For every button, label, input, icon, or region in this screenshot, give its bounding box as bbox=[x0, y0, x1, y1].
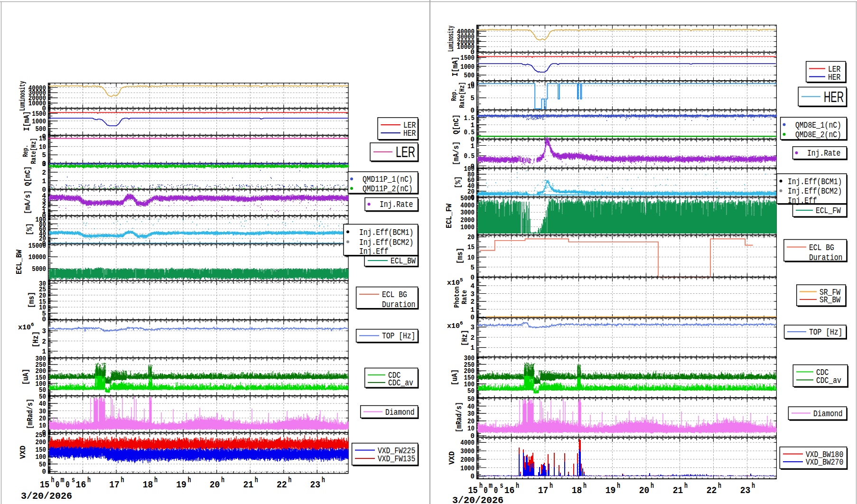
svg-text:Inj.Rate: Inj.Rate bbox=[807, 149, 840, 158]
svg-text:QMD11P_2(nC): QMD11P_2(nC) bbox=[363, 184, 413, 194]
svg-text:3: 3 bbox=[471, 290, 475, 298]
svg-text:1000: 1000 bbox=[460, 465, 475, 472]
svg-text:15: 15 bbox=[40, 479, 49, 490]
svg-text:h: h bbox=[752, 482, 755, 490]
svg-text:2: 2 bbox=[42, 169, 46, 177]
svg-text:1: 1 bbox=[471, 344, 475, 352]
svg-text:3: 3 bbox=[471, 324, 475, 331]
svg-text:0.5: 0.5 bbox=[464, 152, 475, 160]
svg-text:[uA]: [uA] bbox=[21, 369, 30, 385]
svg-text:QMD8E_2(nC): QMD8E_2(nC) bbox=[795, 130, 841, 140]
svg-text:20: 20 bbox=[210, 479, 220, 490]
svg-text:2000: 2000 bbox=[460, 456, 475, 464]
svg-text:LER: LER bbox=[396, 144, 415, 160]
svg-text:40000: 40000 bbox=[28, 84, 46, 92]
svg-text:40000: 40000 bbox=[457, 28, 475, 36]
svg-text:Rep.: Rep. bbox=[450, 89, 458, 101]
svg-text:1000: 1000 bbox=[32, 118, 46, 125]
svg-text:h: h bbox=[718, 482, 721, 490]
svg-text:1000: 1000 bbox=[460, 63, 475, 71]
svg-text:3/20/2026: 3/20/2026 bbox=[21, 491, 72, 502]
svg-text:h: h bbox=[221, 476, 224, 485]
svg-text:h: h bbox=[617, 482, 620, 490]
svg-text:m: m bbox=[489, 482, 493, 490]
svg-text:Luminosity: Luminosity bbox=[447, 26, 456, 52]
svg-text:HER: HER bbox=[828, 73, 841, 82]
svg-text:Duration: Duration bbox=[382, 300, 415, 309]
svg-text:0: 0 bbox=[471, 314, 475, 321]
svg-text:17: 17 bbox=[109, 479, 120, 490]
svg-text:s: s bbox=[500, 482, 503, 490]
svg-text:[uA]: [uA] bbox=[450, 369, 459, 385]
svg-text:Luminosity: Luminosity bbox=[18, 81, 27, 111]
svg-text:1: 1 bbox=[471, 306, 475, 314]
svg-text:3: 3 bbox=[42, 327, 46, 335]
svg-text:h: h bbox=[51, 476, 55, 485]
svg-text:150: 150 bbox=[464, 374, 475, 382]
svg-text:TOP [Hz]: TOP [Hz] bbox=[382, 331, 415, 341]
svg-text:23: 23 bbox=[740, 485, 751, 496]
svg-text:h: h bbox=[583, 482, 587, 490]
svg-text:ECL_FW: ECL_FW bbox=[816, 206, 841, 215]
svg-text:QMD11P_1(nC): QMD11P_1(nC) bbox=[363, 175, 413, 184]
svg-text:1: 1 bbox=[42, 177, 46, 185]
svg-text:1000: 1000 bbox=[460, 224, 475, 231]
svg-text:0: 0 bbox=[471, 473, 475, 480]
svg-text:250: 250 bbox=[36, 431, 46, 439]
svg-text:20: 20 bbox=[467, 233, 475, 241]
svg-text:h: h bbox=[322, 476, 325, 485]
svg-text:20: 20 bbox=[639, 485, 650, 496]
svg-text:[ms]: [ms] bbox=[456, 248, 465, 264]
svg-text:1.5: 1.5 bbox=[464, 114, 475, 122]
svg-text:h: h bbox=[516, 482, 519, 490]
svg-text:4000: 4000 bbox=[460, 202, 475, 209]
svg-text:VXD: VXD bbox=[19, 446, 28, 459]
svg-text:20: 20 bbox=[39, 415, 46, 422]
svg-text:2: 2 bbox=[471, 298, 475, 306]
svg-text:[Hz]: [Hz] bbox=[460, 330, 469, 346]
svg-text:Diamond: Diamond bbox=[813, 409, 843, 419]
svg-text:100: 100 bbox=[36, 453, 46, 461]
svg-text:4: 4 bbox=[471, 282, 475, 290]
svg-text:2000: 2000 bbox=[460, 216, 475, 224]
svg-text:300: 300 bbox=[36, 355, 46, 363]
svg-text:h: h bbox=[87, 476, 91, 485]
svg-text:[%]: [%] bbox=[25, 223, 34, 235]
svg-text:150: 150 bbox=[36, 446, 46, 454]
svg-text:Inj.Rate: Inj.Rate bbox=[380, 200, 413, 209]
svg-text:Inj.Eff: Inj.Eff bbox=[788, 196, 817, 205]
svg-text:2: 2 bbox=[471, 334, 475, 342]
svg-text:HER: HER bbox=[824, 89, 844, 105]
svg-text:ECL BG: ECL BG bbox=[382, 290, 407, 299]
svg-text:m: m bbox=[61, 476, 65, 485]
svg-text:[mRad/s]: [mRad/s] bbox=[26, 399, 35, 429]
svg-text:200: 200 bbox=[464, 367, 475, 375]
svg-text:Rate: Rate bbox=[461, 290, 468, 304]
svg-text:[%]: [%] bbox=[454, 176, 463, 188]
svg-text:5: 5 bbox=[471, 94, 475, 102]
svg-text:SR_BW: SR_BW bbox=[820, 295, 840, 305]
svg-text:10: 10 bbox=[467, 425, 475, 432]
svg-text:h: h bbox=[255, 476, 258, 485]
svg-text:0: 0 bbox=[471, 274, 475, 281]
svg-text:h: h bbox=[684, 482, 688, 490]
svg-text:500: 500 bbox=[464, 72, 475, 79]
svg-text:h: h bbox=[154, 476, 158, 485]
svg-text:250: 250 bbox=[464, 361, 475, 369]
svg-text:[mRad/s]: [mRad/s] bbox=[455, 402, 464, 432]
svg-text:Rate[Hz]: Rate[Hz] bbox=[30, 138, 37, 164]
svg-text:22: 22 bbox=[277, 479, 287, 490]
svg-text:3000: 3000 bbox=[460, 448, 475, 455]
svg-text:VXD_BW270: VXD_BW270 bbox=[806, 457, 843, 467]
svg-text:[Hz]: [Hz] bbox=[31, 331, 40, 347]
svg-text:5000: 5000 bbox=[460, 195, 475, 202]
svg-text:18: 18 bbox=[143, 479, 153, 490]
svg-text:Inj.Eff(BCM2): Inj.Eff(BCM2) bbox=[788, 187, 842, 196]
svg-text:100: 100 bbox=[464, 381, 475, 388]
svg-text:TOP [Hz]: TOP [Hz] bbox=[809, 327, 842, 337]
svg-text:15000: 15000 bbox=[28, 242, 46, 250]
svg-text:Inj.Eff(BCM1): Inj.Eff(BCM1) bbox=[788, 177, 842, 187]
svg-text:ECL BG: ECL BG bbox=[809, 243, 834, 252]
svg-text:1500: 1500 bbox=[460, 54, 475, 62]
svg-text:CDC_av: CDC_av bbox=[816, 376, 841, 385]
